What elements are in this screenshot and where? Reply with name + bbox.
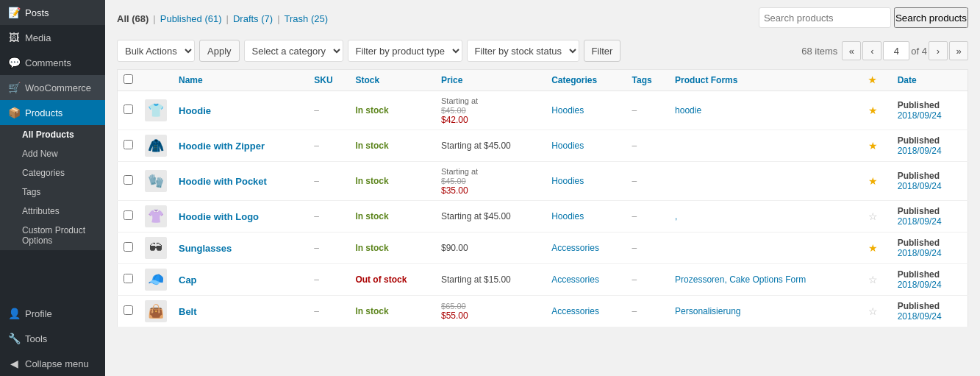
row-checkbox[interactable] <box>124 274 133 283</box>
sidebar-item-products[interactable]: 📦 Products <box>0 100 105 125</box>
sidebar-item-media[interactable]: 🖼 Media <box>0 25 105 50</box>
tags-dash: – <box>632 243 637 253</box>
select-all-checkbox[interactable] <box>124 74 133 84</box>
search-input[interactable] <box>759 7 891 28</box>
publish-date[interactable]: 2018/09/24 <box>898 248 962 258</box>
sidebar-item-posts[interactable]: 📝 Posts <box>0 0 105 25</box>
pagination: « ‹ of 4 › » <box>842 41 968 60</box>
row-checkbox[interactable] <box>124 140 133 149</box>
prev-page-button[interactable]: ‹ <box>862 41 881 60</box>
last-page-button[interactable]: » <box>949 41 968 60</box>
publish-date[interactable]: 2018/09/24 <box>898 311 962 322</box>
featured-star[interactable]: ☆ <box>868 305 878 317</box>
tab-trash[interactable]: Trash (25) <box>285 13 328 24</box>
product-name-link[interactable]: Hoodie with Pocket <box>179 176 267 187</box>
first-page-button[interactable]: « <box>842 41 861 60</box>
featured-star[interactable]: ☆ <box>868 210 878 222</box>
sidebar-item-woocommerce[interactable]: 🛒 WooCommerce <box>0 75 105 100</box>
row-checkbox[interactable] <box>124 175 133 185</box>
stock-status: In stock <box>355 141 388 151</box>
table-row: 🧢 Cap – Out of stock Starting at $15.00 … <box>118 264 968 296</box>
tab-drafts[interactable]: Drafts (7) <box>233 13 273 24</box>
product-thumbnail: 👕 <box>145 99 167 121</box>
publish-date[interactable]: 2018/09/24 <box>898 280 962 290</box>
search-button[interactable]: Search products <box>894 7 968 28</box>
product-name-link[interactable]: Sunglasses <box>179 243 232 254</box>
category-link[interactable]: Accessories <box>551 243 599 253</box>
row-checkbox[interactable] <box>124 305 133 315</box>
product-form-link[interactable]: Prozessoren, Cake Options Form <box>675 274 806 285</box>
sidebar-item-label: Posts <box>25 7 49 18</box>
next-page-button[interactable]: › <box>929 41 948 60</box>
publish-date[interactable]: 2018/09/24 <box>898 216 962 227</box>
submenu-attributes[interactable]: Attributes <box>0 202 105 221</box>
category-link[interactable]: Accessories <box>551 306 599 316</box>
bulk-actions-select[interactable]: Bulk Actions <box>117 40 195 62</box>
category-select[interactable]: Select a category <box>244 40 343 62</box>
product-name-link[interactable]: Belt <box>179 306 197 317</box>
sidebar-item-comments[interactable]: 💬 Comments <box>0 50 105 75</box>
publish-date[interactable]: 2018/09/24 <box>898 110 962 121</box>
product-form-link[interactable]: hoodie <box>675 105 701 116</box>
row-thumb: 👕 <box>139 91 173 130</box>
current-page-input[interactable] <box>883 41 909 60</box>
publish-status: Published <box>898 135 962 146</box>
table-row: 🕶 Sunglasses – In stock $90.00 Accessori… <box>118 233 968 264</box>
featured-star[interactable]: ★ <box>868 175 878 187</box>
category-link[interactable]: Hoodies <box>551 176 584 186</box>
publish-date[interactable]: 2018/09/24 <box>898 181 962 191</box>
featured-star[interactable]: ★ <box>868 104 878 116</box>
row-featured: ☆ <box>862 201 891 233</box>
tab-all[interactable]: All (68) <box>117 13 149 24</box>
product-name-link[interactable]: Hoodie <box>179 105 211 116</box>
toolbar-right: 68 items « ‹ of 4 › » <box>801 41 968 60</box>
row-checkbox[interactable] <box>124 210 133 220</box>
table-header-row: Name SKU Stock Price Categories Tags Pro… <box>118 70 968 91</box>
submenu-categories[interactable]: Categories <box>0 163 105 182</box>
row-sku: – <box>308 201 349 233</box>
row-date: Published2018/09/24 <box>892 296 968 327</box>
sidebar: 📝 Posts 🖼 Media 💬 Comments 🛒 WooCommerce… <box>0 0 105 376</box>
product-name-link[interactable]: Hoodie with Zipper <box>179 141 265 152</box>
category-link[interactable]: Hoodies <box>551 141 584 151</box>
tags-dash: – <box>632 105 637 116</box>
featured-star[interactable]: ☆ <box>868 274 878 285</box>
category-link[interactable]: Accessories <box>551 274 599 285</box>
sidebar-item-tools[interactable]: 🔧 Tools <box>0 326 105 351</box>
stock-status: In stock <box>355 211 388 221</box>
product-name-link[interactable]: Cap <box>179 274 197 285</box>
row-tags: – <box>626 296 669 327</box>
row-thumb: 👚 <box>139 201 173 233</box>
publish-status: Published <box>898 301 962 311</box>
sidebar-item-profile[interactable]: 👤 Profile <box>0 301 105 326</box>
product-form-link[interactable]: , <box>675 211 677 221</box>
col-price-header: Price <box>435 70 546 91</box>
submenu-tags[interactable]: Tags <box>0 182 105 202</box>
filter-button[interactable]: Filter <box>584 40 621 62</box>
product-name-link[interactable]: Hoodie with Logo <box>179 211 259 222</box>
row-thumb: 🕶 <box>139 233 173 264</box>
col-name-header[interactable]: Name <box>173 70 308 91</box>
submenu-custom-product-options[interactable]: Custom Product Options <box>0 221 105 250</box>
row-sku: – <box>308 296 349 327</box>
sidebar-item-collapse[interactable]: ◀ Collapse menu <box>0 351 105 376</box>
category-link[interactable]: Hoodies <box>551 105 584 116</box>
submenu-all-products[interactable]: All Products <box>0 125 105 144</box>
row-categories: Hoodies <box>546 162 626 201</box>
featured-star[interactable]: ★ <box>868 140 878 152</box>
tab-published[interactable]: Published (61) <box>160 13 222 24</box>
submenu-add-new[interactable]: Add New <box>0 144 105 163</box>
product-type-select[interactable]: Filter by product type <box>348 40 462 62</box>
product-form-link[interactable]: Personalisierung <box>675 306 740 316</box>
publish-status: Published <box>898 171 962 181</box>
apply-button[interactable]: Apply <box>199 40 240 62</box>
category-link[interactable]: Hoodies <box>551 211 584 221</box>
publish-date[interactable]: 2018/09/24 <box>898 146 962 156</box>
row-checkbox-cell <box>118 162 140 201</box>
row-checkbox[interactable] <box>124 104 133 114</box>
row-categories: Accessories <box>546 264 626 296</box>
featured-star[interactable]: ★ <box>868 242 878 254</box>
row-checkbox[interactable] <box>124 242 133 252</box>
stock-status-select[interactable]: Filter by stock status <box>467 40 579 62</box>
row-name: Hoodie with Logo <box>173 201 308 233</box>
